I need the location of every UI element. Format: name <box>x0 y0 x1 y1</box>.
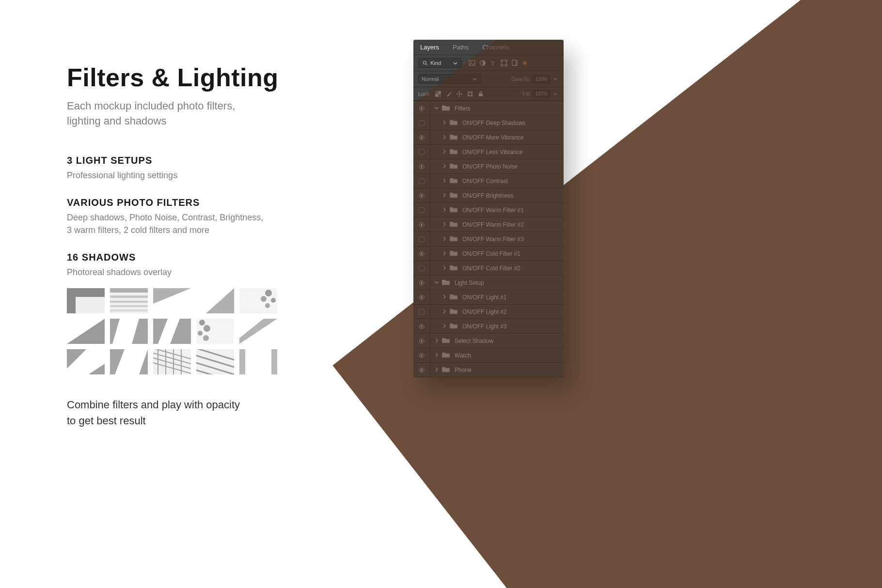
visibility-toggle[interactable] <box>413 174 430 188</box>
layer-row[interactable]: ON/OFF Brightness <box>413 188 564 203</box>
lock-all-icon[interactable] <box>477 91 484 97</box>
svg-rect-63 <box>501 65 503 66</box>
svg-point-54 <box>423 61 426 64</box>
lock-paint-icon[interactable] <box>445 91 452 97</box>
svg-point-82 <box>421 296 423 298</box>
visibility-toggle[interactable] <box>413 319 430 333</box>
chevron-right-icon[interactable] <box>442 265 447 272</box>
chevron-right-icon[interactable] <box>442 250 447 257</box>
layer-row[interactable]: ON/OFF Cold Filter #2 <box>413 261 564 276</box>
layer-row[interactable]: Filters <box>413 101 564 116</box>
shadow-thumb <box>153 288 191 313</box>
artboard-icon[interactable] <box>467 91 473 97</box>
layer-row[interactable]: ON/OFF Light #2 <box>413 305 564 319</box>
chevron-right-icon[interactable] <box>442 309 447 315</box>
shadow-thumb <box>239 288 277 313</box>
visibility-toggle[interactable] <box>413 261 430 275</box>
layer-row[interactable]: ON/OFF Light #3 <box>413 319 564 334</box>
chevron-right-icon[interactable] <box>442 323 447 330</box>
svg-point-77 <box>421 166 423 168</box>
layer-body: ON/OFF Warm Filter #1 <box>430 206 564 214</box>
shadow-thumb <box>110 288 148 313</box>
chevron-right-icon[interactable] <box>442 207 447 214</box>
layers-panel[interactable]: Layers Paths Channels Kind T Normal Opac… <box>413 40 564 377</box>
chevron-right-icon[interactable] <box>442 294 447 301</box>
visibility-toggle[interactable] <box>413 348 430 362</box>
chevron-right-icon[interactable] <box>434 338 439 344</box>
tab-paths[interactable]: Paths <box>446 40 475 55</box>
layer-row[interactable]: ON/OFF Photo Noise <box>413 159 564 174</box>
layer-row[interactable]: ON/OFF Warm Filter #1 <box>413 203 564 217</box>
folder-icon <box>450 264 457 272</box>
image-icon[interactable] <box>469 60 475 66</box>
svg-point-78 <box>421 195 423 197</box>
layer-row[interactable]: Select Shadow <box>413 334 564 348</box>
layer-row[interactable]: Light Setup <box>413 276 564 290</box>
lock-transparency-icon[interactable] <box>435 91 441 97</box>
folder-icon <box>450 206 457 214</box>
visibility-toggle[interactable] <box>413 305 430 319</box>
layer-row[interactable]: ON/OFF Cold Filter #1 <box>413 247 564 261</box>
layer-name: ON/OFF Brightness <box>462 192 513 199</box>
layer-row[interactable]: ON/OFF Less Vibrance <box>413 145 564 159</box>
visibility-toggle[interactable] <box>413 247 430 261</box>
visibility-empty-icon <box>419 207 425 213</box>
svg-rect-53 <box>271 349 277 374</box>
layer-name: ON/OFF Cold Filter #2 <box>462 265 520 272</box>
adjustment-icon[interactable] <box>479 60 486 66</box>
chevron-right-icon[interactable] <box>434 367 439 373</box>
visibility-toggle[interactable] <box>413 116 430 130</box>
layer-row[interactable]: ON/OFF More Vibrance <box>413 130 564 145</box>
chevron-down-icon[interactable] <box>434 279 439 286</box>
chevron-right-icon[interactable] <box>442 120 447 126</box>
visibility-toggle[interactable] <box>413 276 430 290</box>
layer-body: Select Shadow <box>430 337 564 345</box>
layer-row[interactable]: ON/OFF Warm Filter #3 <box>413 232 564 247</box>
shape-icon[interactable] <box>501 60 507 66</box>
chevron-down-icon[interactable] <box>434 105 439 112</box>
visibility-toggle[interactable] <box>413 101 430 115</box>
visibility-toggle[interactable] <box>413 290 430 304</box>
chevron-right-icon[interactable] <box>442 192 447 199</box>
fill-control[interactable]: Fill: 100% <box>522 90 559 97</box>
layer-body: ON/OFF Light #2 <box>430 308 564 316</box>
text-icon[interactable]: T <box>490 60 497 66</box>
svg-point-76 <box>421 137 423 139</box>
chevron-right-icon[interactable] <box>442 221 447 228</box>
visibility-toggle[interactable] <box>413 159 430 173</box>
layer-row[interactable]: ON/OFF Contrast <box>413 174 564 188</box>
svg-point-17 <box>265 303 270 308</box>
visibility-toggle[interactable] <box>413 203 430 217</box>
layer-row[interactable]: ON/OFF Warm Filter #2 <box>413 217 564 232</box>
visibility-toggle[interactable] <box>413 217 430 232</box>
smartobject-icon[interactable] <box>511 60 518 66</box>
layer-row[interactable]: Phone <box>413 363 564 377</box>
layer-body: ON/OFF More Vibrance <box>430 134 564 141</box>
visibility-toggle[interactable] <box>413 363 430 377</box>
layer-row[interactable]: ON/OFF Deep Shadows <box>413 116 564 130</box>
chevron-right-icon[interactable] <box>434 352 439 359</box>
visibility-toggle[interactable] <box>413 145 430 159</box>
folder-icon <box>450 148 457 156</box>
layer-row[interactable]: ON/OFF Light #1 <box>413 290 564 305</box>
layer-row[interactable]: Watch <box>413 348 564 363</box>
visibility-toggle[interactable] <box>413 130 430 144</box>
chevron-right-icon[interactable] <box>442 149 447 155</box>
visibility-toggle[interactable] <box>413 188 430 202</box>
blend-mode-dropdown[interactable]: Normal <box>418 74 481 84</box>
svg-rect-4 <box>110 288 148 293</box>
tab-layers[interactable]: Layers <box>413 40 446 55</box>
visibility-toggle[interactable] <box>413 334 430 348</box>
shadow-thumb <box>196 349 234 374</box>
kind-dropdown[interactable]: Kind <box>418 58 462 68</box>
lock-position-icon[interactable] <box>456 91 463 97</box>
chevron-right-icon[interactable] <box>442 236 447 243</box>
chevron-right-icon[interactable] <box>442 178 447 185</box>
layer-name: ON/OFF Less Vibrance <box>462 149 523 155</box>
opacity-control[interactable]: Opacity: 100% <box>511 76 559 83</box>
chevron-right-icon[interactable] <box>442 134 447 141</box>
svg-point-28 <box>198 331 203 336</box>
tab-channels[interactable]: Channels <box>475 40 516 55</box>
visibility-toggle[interactable] <box>413 232 430 246</box>
chevron-right-icon[interactable] <box>442 163 447 170</box>
